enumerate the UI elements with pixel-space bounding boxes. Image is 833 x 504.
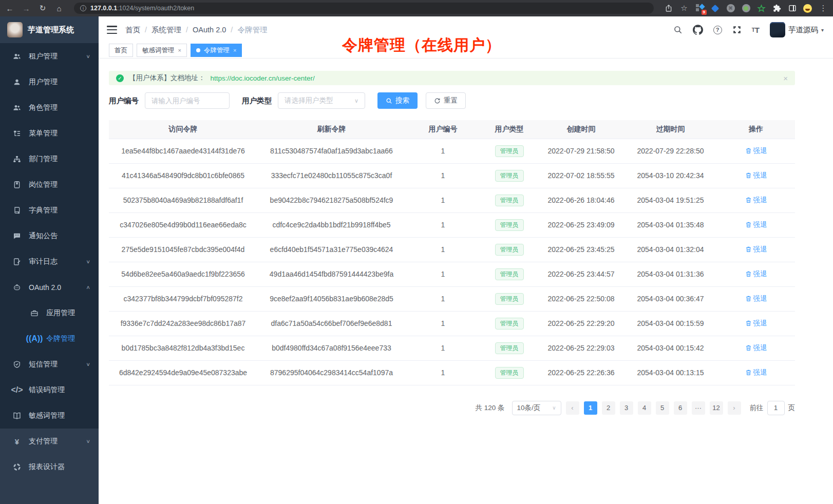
browser-extensions: ☆ 9 ⌘ ⋮ bbox=[664, 4, 828, 13]
command-extension-icon[interactable]: ⌘ bbox=[726, 4, 735, 13]
collapse-menu-icon[interactable] bbox=[107, 26, 117, 34]
force-logout-button[interactable]: 强退 bbox=[745, 196, 767, 205]
user-type-badge: 管理员 bbox=[495, 318, 524, 329]
page-button-4[interactable]: 4 bbox=[638, 401, 651, 415]
access-token-cell: b0d1785bc3a8482f812db4a3f3bd15ec bbox=[109, 336, 257, 360]
extension-badge-icon[interactable]: 9 bbox=[695, 4, 704, 13]
bookmark-star-icon[interactable]: ☆ bbox=[679, 4, 689, 13]
sidebar-item-label: 支付管理 bbox=[29, 437, 79, 446]
sidebar-item-错误码管理[interactable]: </>错误码管理 bbox=[0, 377, 99, 403]
reset-button[interactable]: 重置 bbox=[426, 92, 466, 109]
browser-menu-icon[interactable]: ⋮ bbox=[819, 4, 828, 13]
force-logout-button[interactable]: 强退 bbox=[745, 171, 767, 180]
alert-close-icon[interactable]: × bbox=[783, 74, 788, 83]
expire-time-cell: 2054-03-04 19:51:25 bbox=[624, 188, 717, 212]
page-button-5[interactable]: 5 bbox=[656, 401, 669, 415]
sidebar-item-报表设计器[interactable]: 报表设计器 bbox=[0, 454, 99, 480]
force-logout-button[interactable]: 强退 bbox=[745, 294, 767, 303]
github-icon[interactable] bbox=[693, 25, 703, 35]
profile-avatar-icon[interactable] bbox=[803, 4, 812, 13]
sidebar-item-敏感词管理[interactable]: 敏感词管理 bbox=[0, 403, 99, 429]
page-button-2[interactable]: 2 bbox=[602, 401, 615, 415]
app-title: 芋道管理系统 bbox=[28, 25, 74, 35]
sidebar-item-字典管理[interactable]: 字典管理 bbox=[0, 198, 99, 223]
force-logout-button[interactable]: 强退 bbox=[745, 245, 767, 254]
user-id-cell: 1 bbox=[406, 139, 480, 163]
alert-doc-link[interactable]: https://doc.iocoder.cn/user-center/ bbox=[211, 74, 315, 82]
sidebar-item-label: 部门管理 bbox=[29, 154, 90, 164]
back-icon[interactable]: ← bbox=[5, 4, 14, 13]
pagination: 共 120 条 10条/页 ∨ ‹ 123456···12 › 前往 页 bbox=[109, 401, 795, 415]
sidebar-item-通知公告[interactable]: 通知公告 bbox=[0, 223, 99, 249]
side-panel-icon[interactable] bbox=[788, 4, 797, 13]
diamond-extension-icon[interactable] bbox=[711, 4, 720, 13]
sidebar-item-OAuth 2.0[interactable]: OAuth 2.0∧ bbox=[0, 275, 99, 300]
user-type-cell: 管理员 bbox=[480, 286, 538, 311]
page-button-3[interactable]: 3 bbox=[620, 401, 633, 415]
fullscreen-icon[interactable] bbox=[732, 25, 742, 34]
sidebar-item-部门管理[interactable]: 部门管理 bbox=[0, 146, 99, 172]
breadcrumb-item-系统管理[interactable]: 系统管理 bbox=[152, 25, 181, 35]
chevron-down-icon: ▾ bbox=[821, 27, 824, 33]
sidebar-item-菜单管理[interactable]: 菜单管理 bbox=[0, 121, 99, 146]
search-icon[interactable] bbox=[673, 25, 683, 34]
page-button-6[interactable]: 6 bbox=[674, 401, 687, 415]
created-time-cell: 2022-06-26 18:04:46 bbox=[538, 188, 624, 212]
force-logout-button[interactable]: 强退 bbox=[745, 146, 767, 156]
home-icon[interactable]: ⌂ bbox=[54, 4, 64, 13]
sidebar-item-岗位管理[interactable]: 岗位管理 bbox=[0, 172, 99, 198]
force-logout-button[interactable]: 强退 bbox=[745, 368, 767, 377]
sidebar-item-租户管理[interactable]: 租户管理∨ bbox=[0, 44, 99, 69]
page-ellipsis-button[interactable]: ··· bbox=[692, 401, 705, 415]
sidebar-item-角色管理[interactable]: 角色管理 bbox=[0, 95, 99, 121]
star-extension-icon[interactable] bbox=[757, 4, 766, 13]
created-time-cell: 2022-06-25 22:50:08 bbox=[538, 286, 624, 311]
puzzle-extensions-icon[interactable] bbox=[772, 4, 781, 13]
prev-page-button[interactable]: ‹ bbox=[566, 401, 579, 415]
reload-icon[interactable]: ↻ bbox=[38, 4, 47, 13]
page-button-12[interactable]: 12 bbox=[710, 401, 723, 415]
user-type-cell: 管理员 bbox=[480, 163, 538, 188]
force-logout-button[interactable]: 强退 bbox=[745, 319, 767, 328]
sidebar-item-审计日志[interactable]: 审计日志∨ bbox=[0, 249, 99, 275]
sidebar-item-应用管理[interactable]: 应用管理 bbox=[0, 300, 99, 326]
sidebar-item-支付管理[interactable]: ¥支付管理∨ bbox=[0, 429, 99, 454]
share-icon[interactable] bbox=[664, 4, 673, 13]
next-page-button[interactable]: › bbox=[728, 401, 741, 415]
sidebar-item-令牌管理[interactable]: ((A))令牌管理 bbox=[0, 326, 99, 352]
recorder-extension-icon[interactable] bbox=[742, 4, 750, 13]
forward-icon[interactable]: → bbox=[22, 4, 31, 13]
chevron-down-icon: ∨ bbox=[86, 361, 90, 367]
font-size-icon[interactable]: TT bbox=[752, 26, 760, 34]
tab-close-icon[interactable]: × bbox=[233, 47, 236, 53]
search-button[interactable]: 搜索 bbox=[377, 92, 418, 109]
page-size-select[interactable]: 10条/页 ∨ bbox=[512, 401, 561, 415]
tab-敏感词管理[interactable]: 敏感词管理× bbox=[137, 44, 187, 57]
app-logo-area[interactable]: 芋道管理系统 bbox=[0, 16, 99, 43]
breadcrumb-item-首页[interactable]: 首页 bbox=[125, 25, 140, 35]
tab-close-icon[interactable]: × bbox=[178, 47, 181, 53]
url-bar[interactable]: i 127.0.0.1:1024/system/oauth2/token bbox=[74, 3, 654, 14]
user-type-cell: 管理员 bbox=[480, 188, 538, 212]
user-type-badge: 管理员 bbox=[495, 170, 524, 182]
force-logout-button[interactable]: 强退 bbox=[745, 220, 767, 229]
force-logout-button[interactable]: 强退 bbox=[745, 343, 767, 353]
tab-令牌管理[interactable]: 令牌管理× bbox=[191, 44, 242, 57]
help-icon[interactable]: ? bbox=[713, 26, 722, 34]
sidebar-item-用户管理[interactable]: 用户管理 bbox=[0, 69, 99, 95]
user-id-input[interactable] bbox=[145, 92, 230, 109]
table-row: 275e5de9151045fe87cbdc395e004f4de6cfd40e… bbox=[109, 237, 795, 262]
breadcrumb-item-OAuth 2.0[interactable]: OAuth 2.0 bbox=[193, 26, 226, 34]
user-type-select[interactable]: 请选择用户类型 ∨ bbox=[278, 92, 365, 109]
force-logout-button[interactable]: 强退 bbox=[745, 269, 767, 279]
tab-首页[interactable]: 首页 bbox=[109, 44, 133, 57]
user-type-badge: 管理员 bbox=[495, 293, 524, 305]
page-button-1[interactable]: 1 bbox=[584, 401, 597, 415]
user-id-cell: 1 bbox=[406, 336, 480, 360]
access-token-cell: c342377bf8b344799dcbf7bf095287f2 bbox=[109, 286, 257, 311]
expire-time-cell: 2054-03-04 00:15:42 bbox=[624, 336, 717, 360]
user-menu[interactable]: 芋道源码 ▾ bbox=[770, 22, 824, 37]
sidebar-item-短信管理[interactable]: 短信管理∨ bbox=[0, 352, 99, 377]
goto-page-input[interactable] bbox=[767, 401, 785, 415]
site-info-icon[interactable]: i bbox=[80, 5, 86, 11]
